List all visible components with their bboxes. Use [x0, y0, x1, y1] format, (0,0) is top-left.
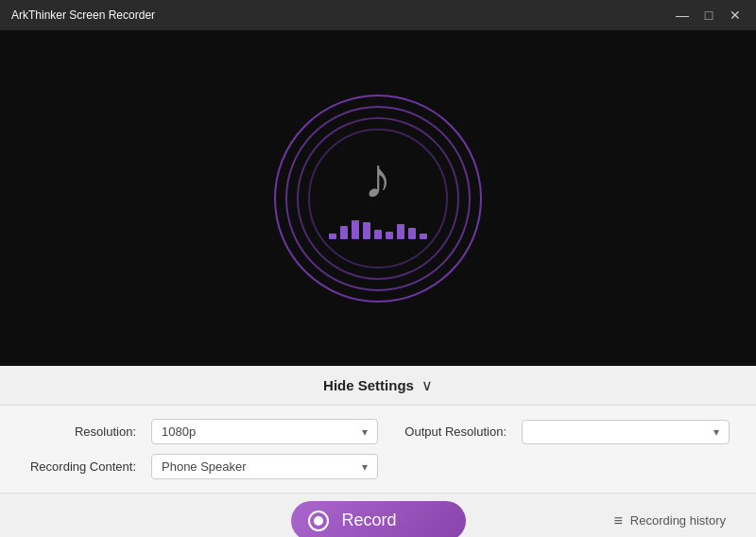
record-icon [308, 511, 329, 531]
music-note-icon: ♪ [364, 150, 392, 207]
settings-panel: Resolution: 1080p ▾ Output Resolution: ▾… [0, 406, 756, 494]
chevron-down-icon: ∨ [421, 376, 433, 394]
settings-toggle-label: Hide Settings [323, 377, 414, 393]
settings-row-content: Recording Content: Phone Speaker ▾ [23, 454, 733, 479]
recording-content-select[interactable]: Phone Speaker ▾ [151, 454, 378, 479]
eq-bar [386, 232, 393, 239]
record-dot [314, 516, 323, 526]
settings-row-resolution: Resolution: 1080p ▾ Output Resolution: ▾ [23, 419, 733, 444]
close-button[interactable]: ✕ [726, 6, 745, 25]
recording-content-label: Recording Content: [23, 459, 136, 474]
resolution-select[interactable]: 1080p ▾ [151, 419, 378, 444]
eq-bars [329, 218, 427, 239]
eq-bar [374, 230, 382, 239]
output-resolution-chevron-icon: ▾ [713, 425, 719, 439]
eq-bar [352, 220, 359, 239]
minimize-button[interactable]: — [673, 6, 692, 25]
eq-bar [397, 224, 404, 239]
audio-circle: ♪ [274, 95, 482, 303]
record-label: Record [342, 511, 397, 530]
eq-bar [340, 226, 348, 239]
eq-bar [363, 222, 370, 239]
history-lines-icon: ≡ [614, 512, 623, 529]
resolution-value: 1080p [162, 424, 196, 439]
title-bar: ArkThinker Screen Recorder — □ ✕ [0, 0, 756, 30]
music-icon-inner: ♪ [329, 158, 427, 239]
app-title: ArkThinker Screen Recorder [11, 9, 155, 22]
window-controls: — □ ✕ [673, 6, 745, 25]
history-label: Recording history [630, 513, 726, 528]
output-resolution-select[interactable]: ▾ [522, 420, 730, 444]
eq-bar [420, 234, 427, 239]
recording-history-button[interactable]: ≡ Recording history [614, 512, 727, 529]
maximize-button[interactable]: □ [699, 6, 718, 25]
eq-bar [329, 234, 336, 239]
resolution-chevron-icon: ▾ [362, 425, 368, 439]
preview-area: ♪ [0, 30, 756, 366]
eq-bar [408, 228, 416, 239]
output-resolution-label: Output Resolution: [393, 424, 507, 439]
resolution-label: Resolution: [23, 424, 136, 439]
recording-content-chevron-icon: ▾ [362, 460, 368, 474]
recording-content-value: Phone Speaker [162, 459, 247, 474]
settings-toggle[interactable]: Hide Settings ∨ [0, 366, 756, 406]
record-button[interactable]: Record [291, 501, 466, 538]
bottom-bar: Record ≡ Recording history [0, 494, 756, 537]
